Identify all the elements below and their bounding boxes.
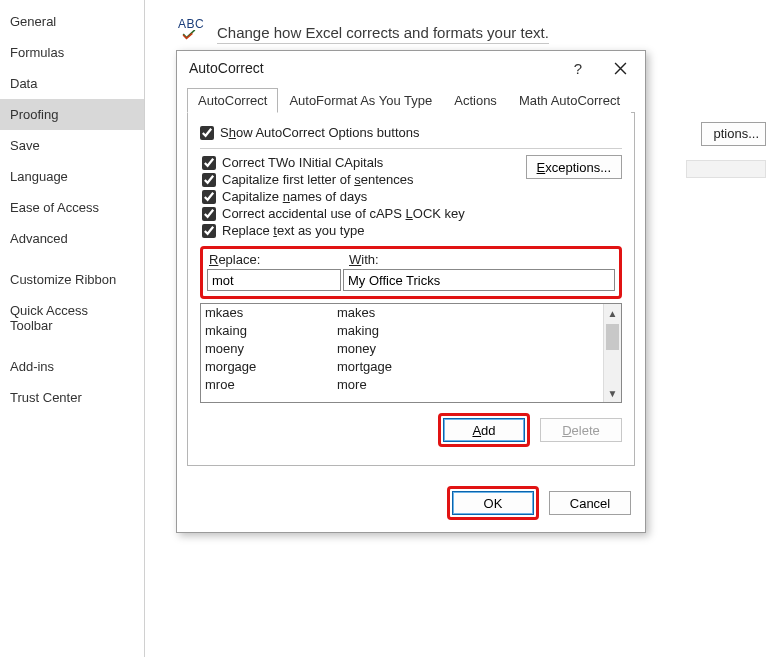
help-button[interactable]: ? [557, 53, 599, 83]
sidebar-item-general[interactable]: General [0, 6, 144, 37]
sidebar-item-add-ins[interactable]: Add-ins [0, 351, 144, 382]
cancel-button[interactable]: Cancel [549, 491, 631, 515]
divider [200, 148, 622, 149]
dialog-titlebar: AutoCorrect ? [177, 51, 645, 85]
replace-text-input[interactable] [202, 224, 216, 238]
replace-with-highlight: Replace: With: [200, 246, 622, 299]
sidebar-item-save[interactable]: Save [0, 130, 144, 161]
background-section-peek [686, 160, 766, 178]
close-button[interactable] [599, 53, 641, 83]
close-icon [614, 62, 627, 75]
tab-autoformat[interactable]: AutoFormat As You Type [278, 88, 443, 113]
list-item[interactable]: mkaesmakes [201, 304, 603, 322]
caps-lock-label: Correct accidental use of cAPS LOCK key [222, 206, 465, 221]
capitalize-days-checkbox[interactable]: Capitalize names of days [202, 189, 622, 204]
add-button[interactable]: Add [443, 418, 525, 442]
scroll-thumb[interactable] [606, 324, 619, 350]
replace-text-checkbox[interactable]: Replace text as you type [202, 223, 622, 238]
show-autocorrect-options-input[interactable] [200, 126, 214, 140]
with-input[interactable] [343, 269, 615, 291]
options-sidebar: General Formulas Data Proofing Save Lang… [0, 0, 145, 657]
replace-with-block: Replace: With: mkaesmakes mkaingmaking [200, 246, 622, 447]
sidebar-item-formulas[interactable]: Formulas [0, 37, 144, 68]
sidebar-item-ease-of-access[interactable]: Ease of Access [0, 192, 144, 223]
tab-math-autocorrect[interactable]: Math AutoCorrect [508, 88, 631, 113]
replace-label: Replace: [209, 252, 349, 267]
sidebar-item-proofing[interactable]: Proofing [0, 99, 144, 130]
scroll-down-icon[interactable]: ▼ [604, 384, 621, 402]
capitalize-days-label: Capitalize names of days [222, 189, 367, 204]
sidebar-item-customize-ribbon[interactable]: Customize Ribbon [0, 264, 144, 295]
replace-text-label: Replace text as you type [222, 223, 364, 238]
list-item[interactable]: morgagemortgage [201, 358, 603, 376]
correct-two-caps-label: Correct TWo INitial CApitals [222, 155, 383, 170]
add-button-highlight: Add [438, 413, 530, 447]
show-autocorrect-options-checkbox[interactable]: Show AutoCorrect Options buttons [200, 125, 622, 140]
replace-input[interactable] [207, 269, 341, 291]
exceptions-button[interactable]: Exceptions... [526, 155, 622, 179]
sidebar-item-trust-center[interactable]: Trust Center [0, 382, 144, 413]
sidebar-item-advanced[interactable]: Advanced [0, 223, 144, 254]
caps-lock-input[interactable] [202, 207, 216, 221]
rules-block: Exceptions... Correct TWo INitial CApita… [200, 153, 622, 240]
list-item[interactable]: mkaingmaking [201, 322, 603, 340]
capitalize-sentence-input[interactable] [202, 173, 216, 187]
correct-two-caps-input[interactable] [202, 156, 216, 170]
ok-button-highlight: OK [447, 486, 539, 520]
tabstrip: AutoCorrect AutoFormat As You Type Actio… [187, 87, 635, 113]
tab-actions[interactable]: Actions [443, 88, 508, 113]
dialog-footer: OK Cancel [177, 476, 645, 532]
list-scrollbar[interactable]: ▲ ▼ [603, 304, 621, 402]
autocorrect-options-button-peek[interactable]: ptions... [701, 122, 766, 146]
capitalize-days-input[interactable] [202, 190, 216, 204]
spellcheck-icon [175, 18, 207, 50]
caps-lock-checkbox[interactable]: Correct accidental use of cAPS LOCK key [202, 206, 622, 221]
tab-content: Show AutoCorrect Options buttons Excepti… [187, 113, 635, 466]
ok-button[interactable]: OK [452, 491, 534, 515]
capitalize-sentence-label: Capitalize first letter of sentences [222, 172, 413, 187]
with-label: With: [349, 252, 379, 267]
autocorrect-dialog: AutoCorrect ? AutoCorrect AutoFormat As … [176, 50, 646, 533]
tab-autocorrect[interactable]: AutoCorrect [187, 88, 278, 113]
list-item[interactable]: moenymoney [201, 340, 603, 358]
sidebar-item-language[interactable]: Language [0, 161, 144, 192]
show-autocorrect-options-label: Show AutoCorrect Options buttons [220, 125, 419, 140]
dialog-title: AutoCorrect [189, 60, 557, 76]
sidebar-item-data[interactable]: Data [0, 68, 144, 99]
scroll-up-icon[interactable]: ▲ [604, 304, 621, 322]
autocorrect-list[interactable]: mkaesmakes mkaingmaking moenymoney morga… [200, 303, 622, 403]
delete-button: Delete [540, 418, 622, 442]
sidebar-item-quick-access-toolbar[interactable]: Quick Access Toolbar [0, 295, 144, 341]
list-item[interactable]: mroemore [201, 376, 603, 394]
proofing-header-text: Change how Excel corrects and formats yo… [217, 24, 549, 44]
list-rows: mkaesmakes mkaingmaking moenymoney morga… [201, 304, 603, 402]
